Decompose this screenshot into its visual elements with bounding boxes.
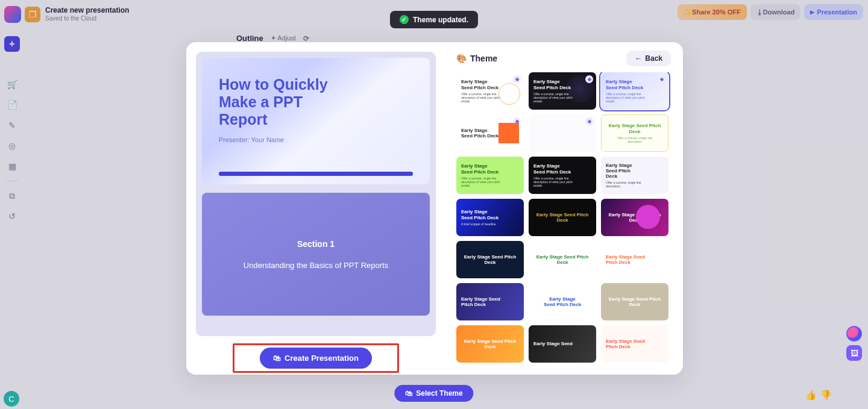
theme-card-title: Early Stage Seed Pitch Deck xyxy=(461,296,519,307)
theme-card-2[interactable]: Early Stage Seed Pitch DeckOffer a conci… xyxy=(601,72,668,110)
preview-section-label: Section 1 xyxy=(297,239,335,249)
cart-icon: 🛍 xyxy=(405,389,412,398)
theme-card-title: Early Stage Seed Pitch Deck xyxy=(533,254,591,265)
theme-card-3[interactable]: Early Stage Seed Pitch Deck◆ xyxy=(456,114,524,152)
theme-card-8[interactable]: Early Stage Seed Pitch DeckOffer a conci… xyxy=(601,157,668,194)
image-tool-icon[interactable]: 🖼 xyxy=(846,345,862,361)
theme-modal: How to Quickly Make a PPT Report Present… xyxy=(186,42,683,375)
create-button-wrap: 🛍 Create Presentation xyxy=(196,343,436,373)
palette-icon: 🎨 xyxy=(456,54,467,63)
premium-diamond-icon: ◆ xyxy=(658,75,665,83)
theme-pane: 🎨 Theme ← Back Early Stage Seed Pitch De… xyxy=(445,42,683,375)
theme-card-title: Early Stage Seed Pitch Deck xyxy=(461,128,519,139)
theme-card-title: Early Stage Seed Pitch Deck xyxy=(606,212,664,223)
theme-card-title: Early Stage Seed Pitch Deck xyxy=(461,339,519,349)
highlight-box: 🛍 Create Presentation xyxy=(233,343,399,373)
thumb-up-icon[interactable]: 👍 xyxy=(805,390,817,401)
create-presentation-button[interactable]: 🛍 Create Presentation xyxy=(260,348,372,369)
theme-pane-header: 🎨 Theme ← Back xyxy=(456,51,681,66)
theme-card-title: Early Stage Seed Pitch Deck xyxy=(533,212,591,223)
theme-grid-scroll[interactable]: Early Stage Seed Pitch DeckOffer a conci… xyxy=(456,72,681,366)
user-avatar[interactable]: C xyxy=(4,391,19,407)
theme-card-9[interactable]: Early Stage Seed Pitch DeckA brief snipp… xyxy=(456,199,524,236)
theme-card-title: Early Stage Seed Pitch Deck xyxy=(461,254,519,265)
theme-card-20[interactable]: Early Stage Seed Pitch Deck xyxy=(601,325,668,363)
toast-theme-updated: ✓ Theme updated. xyxy=(390,11,478,28)
theme-card-sub: Offer a concise, single line description… xyxy=(533,92,576,103)
theme-card-title: Early Stage Seed Pitch Deck xyxy=(606,163,664,180)
ai-orb-icon[interactable] xyxy=(846,326,862,342)
theme-card-1[interactable]: Early Stage Seed Pitch DeckOffer a conci… xyxy=(529,72,596,110)
toast-text: Theme updated. xyxy=(413,16,468,24)
theme-card-sub: Offer a concise, single line description… xyxy=(606,92,648,103)
theme-card-11[interactable]: Early Stage Seed Pitch Deck xyxy=(601,199,668,236)
theme-card-title: Early Stage Seed Pitch Deck xyxy=(544,296,581,307)
theme-card-sub: Offer a concise, single line description xyxy=(614,136,656,143)
theme-card-7[interactable]: Early Stage Seed Pitch DeckOffer a conci… xyxy=(529,157,596,194)
theme-card-title: Early Stage Seed Pitch Deck xyxy=(606,296,664,307)
theme-card-title: Early Stage Seed Pitch Deck xyxy=(461,163,519,174)
theme-heading: 🎨 Theme xyxy=(456,54,497,63)
cart-icon: 🛍 xyxy=(273,354,281,363)
theme-card-title: Early Stage Seed xyxy=(533,341,591,346)
premium-diamond-icon: ◆ xyxy=(585,117,593,125)
theme-card-19[interactable]: Early Stage Seed xyxy=(529,325,596,363)
theme-card-16[interactable]: Early Stage Seed Pitch Deck xyxy=(529,283,596,320)
theme-card-14[interactable]: Early Stage Seed Pitch Deck xyxy=(601,241,668,278)
preview-slide-2: Section 1 Understanding the Basics of PP… xyxy=(202,193,430,316)
theme-card-10[interactable]: Early Stage Seed Pitch Deck xyxy=(529,199,596,236)
theme-card-17[interactable]: Early Stage Seed Pitch Deck xyxy=(601,283,668,320)
feedback-thumbs: 👍 👎 xyxy=(805,390,832,401)
preview-title: How to Quickly Make a PPT Report xyxy=(219,76,351,128)
theme-card-title: Early Stage Seed Pitch Deck xyxy=(461,209,519,220)
theme-card-6[interactable]: Early Stage Seed Pitch DeckOffer a conci… xyxy=(456,157,524,194)
theme-card-title: Early Stage Seed Pitch Deck xyxy=(606,79,664,90)
preview-accent-bar xyxy=(219,172,413,176)
preview-slide-1: How to Quickly Make a PPT Report Present… xyxy=(202,58,430,184)
theme-card-sub: Offer a concise, single line description… xyxy=(461,176,503,187)
select-theme-button[interactable]: 🛍 Select Theme xyxy=(394,385,473,402)
premium-diamond-icon: ◆ xyxy=(585,75,593,83)
theme-card-sub: Offer a concise, single line description… xyxy=(461,92,503,103)
theme-card-18[interactable]: Early Stage Seed Pitch Deck xyxy=(456,325,524,363)
theme-card-title: Early Stage Seed Pitch Deck xyxy=(533,79,591,90)
theme-card-sub: A brief snippet of headline xyxy=(461,222,503,226)
theme-card-sub: Offer a concise, single line description xyxy=(606,181,648,188)
theme-card-13[interactable]: Early Stage Seed Pitch Deck xyxy=(529,241,596,278)
floating-actions: 🖼 xyxy=(846,326,862,361)
arrow-left-icon: ← xyxy=(635,54,642,63)
theme-card-title: Early Stage Seed Pitch Deck xyxy=(533,163,591,174)
theme-card-0[interactable]: Early Stage Seed Pitch DeckOffer a conci… xyxy=(456,72,524,110)
preview-section-sub: Understanding the Basics of PPT Reports xyxy=(244,261,388,270)
theme-card-title: Early Stage Seed Pitch Deck xyxy=(606,254,664,265)
theme-card-title: Early Stage Seed Pitch Deck xyxy=(606,123,663,134)
preview-stack: How to Quickly Make a PPT Report Present… xyxy=(196,52,436,336)
back-button[interactable]: ← Back xyxy=(626,51,671,66)
preview-pane: How to Quickly Make a PPT Report Present… xyxy=(186,42,445,375)
theme-card-4[interactable]: ◆ xyxy=(529,114,596,152)
theme-card-5[interactable]: Early Stage Seed Pitch DeckOffer a conci… xyxy=(601,114,668,152)
theme-card-title: Early Stage Seed Pitch Deck xyxy=(461,79,519,90)
theme-card-title: Early Stage Seed Pitch Deck xyxy=(606,339,664,349)
theme-card-12[interactable]: Early Stage Seed Pitch Deck xyxy=(456,241,524,278)
theme-card-15[interactable]: Early Stage Seed Pitch Deck xyxy=(456,283,524,320)
theme-card-sub: Offer a concise, single line description… xyxy=(533,176,576,187)
premium-diamond-icon: ◆ xyxy=(513,117,521,125)
thumb-down-icon[interactable]: 👎 xyxy=(820,390,832,401)
check-icon: ✓ xyxy=(400,15,409,24)
premium-diamond-icon: ◆ xyxy=(513,75,521,83)
preview-presenter: Presenter: Your Name xyxy=(219,136,413,143)
